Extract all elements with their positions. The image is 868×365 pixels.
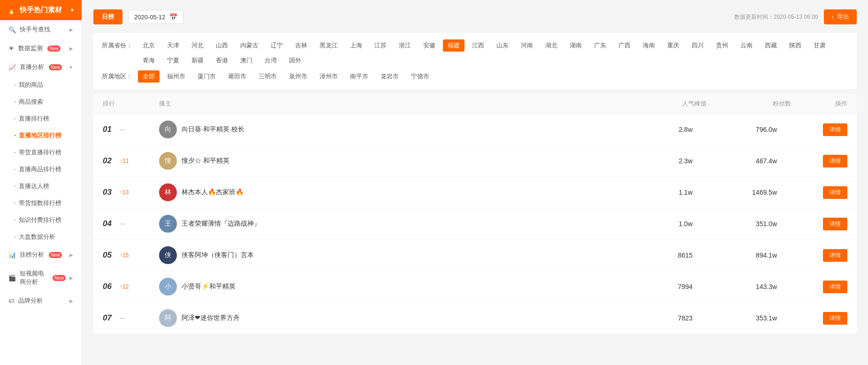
- sidebar-item-goods-index-rank[interactable]: 带货指数排行榜: [0, 195, 82, 212]
- chevron-icon: ▶: [69, 46, 73, 51]
- streamer-cell: 王 王者荣耀薄情『边路战神』: [159, 215, 622, 233]
- detail-button[interactable]: 详情: [823, 249, 847, 262]
- sidebar-item-brand[interactable]: 🏷 品牌分析 ▶: [0, 291, 82, 310]
- province-tag[interactable]: 辽宁: [266, 39, 288, 52]
- region-tag[interactable]: 南平市: [345, 70, 373, 83]
- province-tag[interactable]: 澳门: [236, 54, 257, 67]
- province-tag[interactable]: 上海: [345, 39, 367, 52]
- detail-button[interactable]: 详情: [823, 312, 847, 325]
- sidebar-item-live-region-rank[interactable]: 直播地区排行榜: [0, 127, 82, 144]
- region-tag[interactable]: 厦门市: [193, 70, 221, 83]
- sidebar-item-live-rank[interactable]: 直播排行榜: [0, 110, 82, 127]
- sidebar-item-live-streamer-rank[interactable]: 直播达人榜: [0, 178, 82, 195]
- province-tag[interactable]: 陕西: [784, 39, 806, 52]
- rank-change: ↑15: [120, 252, 131, 259]
- province-tag[interactable]: 四川: [687, 39, 708, 52]
- province-tag[interactable]: 北京: [138, 39, 160, 52]
- province-tag[interactable]: 广东: [589, 39, 611, 52]
- province-tag[interactable]: 国外: [284, 54, 306, 67]
- rank-cell: 05 ↑15: [103, 251, 159, 260]
- province-tag[interactable]: 香港: [211, 54, 233, 67]
- sidebar-item-kuaishou[interactable]: 🔍 快手号查找 ▶: [0, 20, 82, 39]
- col-streamer: 播主: [159, 99, 622, 108]
- sidebar-logo[interactable]: 🔥 快手热门素材 ▼: [0, 0, 82, 20]
- detail-button[interactable]: 详情: [823, 281, 847, 293]
- detail-button[interactable]: 详情: [823, 218, 847, 230]
- sidebar-item-data-monitor[interactable]: 👁 数据监测 New ▶: [0, 39, 82, 58]
- detail-button[interactable]: 详情: [823, 123, 847, 136]
- province-tag[interactable]: 江西: [467, 39, 489, 52]
- peak-value: 2.8w: [622, 126, 707, 133]
- rank-cell: 03 ↑13: [103, 188, 159, 197]
- province-tag[interactable]: 山西: [211, 39, 233, 52]
- province-tag[interactable]: 新疆: [187, 54, 208, 67]
- province-tag[interactable]: 河南: [516, 39, 538, 52]
- province-tag[interactable]: 广西: [614, 39, 635, 52]
- province-filter-section: 所属省份： 北京天津河北山西内蒙古辽宁吉林黑龙江上海江苏浙江安徽福建江西山东河南…: [93, 33, 857, 89]
- province-tag[interactable]: 湖北: [541, 39, 562, 52]
- day-tab-button[interactable]: 日榜: [93, 9, 122, 24]
- province-tag[interactable]: 河北: [187, 39, 208, 52]
- province-tag[interactable]: 山东: [492, 39, 513, 52]
- province-tag[interactable]: 甘肃: [809, 39, 830, 52]
- avatar: 侠: [159, 246, 177, 264]
- table-row: 07 — 阿 阿泽❤迷你世界方舟 7823 353.1w 详情: [93, 303, 857, 334]
- rank-change: ↑12: [120, 283, 131, 290]
- fans-value: 796.0w: [707, 126, 791, 133]
- province-tag[interactable]: 宁夏: [162, 54, 184, 67]
- action-cell: 详情: [791, 123, 847, 136]
- province-tag[interactable]: 贵州: [711, 39, 733, 52]
- main-content: 日榜 2020-05-12 📅 数据更新时间：2020-05-13 06:00 …: [82, 0, 868, 365]
- sidebar-item-live-analysis[interactable]: 📈 直播分析 New ▼: [0, 58, 82, 76]
- table-row: 01 — 向 向日葵·和平精英·校长 2.8w 796.0w 详情: [93, 114, 857, 145]
- sidebar-item-short-video[interactable]: 🎬 短视频电商分析 New ▶: [0, 264, 82, 291]
- province-tag[interactable]: 浙江: [394, 39, 416, 52]
- streamer-name: 林杰本人🔥杰家班🔥: [182, 188, 244, 197]
- region-tag[interactable]: 宁德市: [406, 70, 434, 83]
- province-tag[interactable]: 台湾: [260, 54, 282, 67]
- sidebar-item-live-product-rank[interactable]: 直播商品排行榜: [0, 161, 82, 178]
- action-cell: 详情: [791, 312, 847, 325]
- province-tag[interactable]: 黑龙江: [315, 39, 343, 52]
- region-tag[interactable]: 龙岩市: [376, 70, 404, 83]
- region-filter-row: 所属地区： 全部福州市厦门市莆田市三明市泉州市漳州市南平市龙岩市宁德市: [102, 70, 848, 83]
- province-tag[interactable]: 内蒙古: [236, 39, 263, 52]
- province-tag[interactable]: 安徽: [419, 39, 440, 52]
- table-row: 05 ↑15 侠 侠客阿坤（侠客门）言本 8615 894.1w 详情: [93, 240, 857, 271]
- sidebar-item-knowledge-rank[interactable]: 知识付费排行榜: [0, 212, 82, 228]
- sidebar-item-product-search[interactable]: 商品搜索: [0, 93, 82, 110]
- sidebar-item-market-analysis[interactable]: 大盘数据分析: [0, 228, 82, 245]
- province-filter-tags: 北京天津河北山西内蒙古辽宁吉林黑龙江上海江苏浙江安徽福建江西山东河南湖北湖南广东…: [138, 39, 848, 67]
- date-picker[interactable]: 2020-05-12 📅: [128, 10, 183, 24]
- rank-change: —: [120, 126, 131, 133]
- province-tag[interactable]: 吉林: [290, 39, 312, 52]
- sidebar-item-guapai[interactable]: 📊 挂榜分析 New ▶: [0, 245, 82, 264]
- province-tag[interactable]: 云南: [736, 39, 757, 52]
- province-tag[interactable]: 天津: [162, 39, 184, 52]
- region-tag[interactable]: 莆田市: [223, 70, 251, 83]
- col-action: 操作: [791, 99, 847, 108]
- export-button[interactable]: ↑ 导出: [824, 9, 857, 24]
- sidebar: 🔥 快手热门素材 ▼ 🔍 快手号查找 ▶ 👁 数据监测 New ▶ 📈 直播分析…: [0, 0, 82, 365]
- brand-icon: 🏷: [8, 297, 15, 304]
- province-tag[interactable]: 海南: [638, 39, 660, 52]
- province-tag[interactable]: 福建: [443, 39, 464, 52]
- rank-number: 03: [103, 188, 116, 197]
- region-tag[interactable]: 三明市: [254, 70, 282, 83]
- province-tag[interactable]: 青海: [138, 54, 160, 67]
- region-tag[interactable]: 漳州市: [315, 70, 343, 83]
- detail-button[interactable]: 详情: [823, 186, 847, 199]
- region-tag[interactable]: 泉州市: [284, 70, 312, 83]
- province-tag[interactable]: 重庆: [662, 39, 684, 52]
- content-area: 日榜 2020-05-12 📅 数据更新时间：2020-05-13 06:00 …: [82, 0, 868, 365]
- avatar: 小: [159, 278, 177, 296]
- region-tag[interactable]: 福州市: [162, 70, 190, 83]
- province-tag[interactable]: 湖南: [565, 39, 586, 52]
- region-tag[interactable]: 全部: [138, 70, 160, 83]
- sidebar-sub-menu: 我的商品 商品搜索 直播排行榜 直播地区排行榜 带货直播排行榜 直播商品排行榜 …: [0, 76, 82, 245]
- detail-button[interactable]: 详情: [823, 155, 847, 167]
- sidebar-item-live-goods-rank[interactable]: 带货直播排行榜: [0, 144, 82, 161]
- sidebar-item-my-product[interactable]: 我的商品: [0, 76, 82, 93]
- province-tag[interactable]: 江苏: [370, 39, 391, 52]
- province-tag[interactable]: 西藏: [760, 39, 782, 52]
